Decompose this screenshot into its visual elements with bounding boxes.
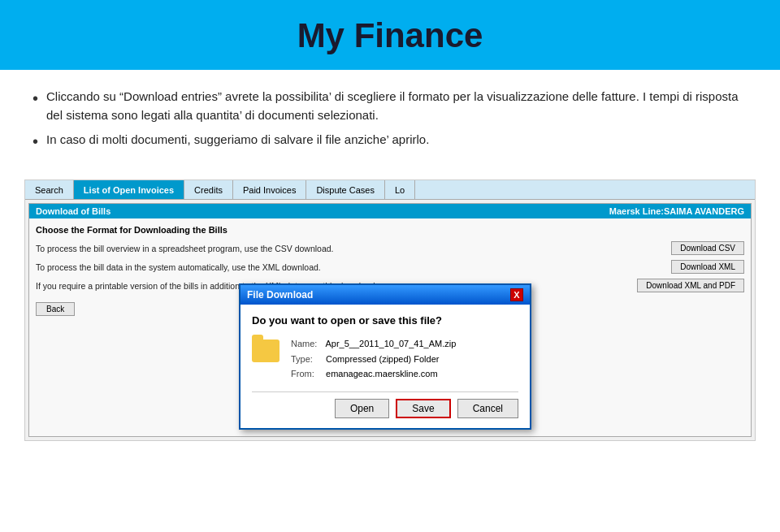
xml-description: To process the bill data in the system a… (36, 262, 321, 272)
file-details: Name: Apr_5__2011_10_07_41_AM.zip Type: … (291, 336, 456, 382)
bullet-list: • Cliccando su “Download entries” avrete… (32, 88, 748, 154)
list-item: • In caso di molti documenti, suggeriamo… (32, 131, 748, 154)
dialog-question: Do you want to open or save this file? (252, 314, 518, 327)
dialog-body: Do you want to open or save this file? N… (240, 305, 530, 428)
file-name-row: Name: Apr_5__2011_10_07_41_AM.zip (291, 336, 456, 352)
panel-header: Download of Bills Maersk Line:SAIMA AVAN… (29, 204, 751, 218)
download-csv-button[interactable]: Download CSV (671, 241, 744, 255)
back-button[interactable]: Back (36, 302, 75, 316)
dialog-cancel-button[interactable]: Cancel (457, 399, 518, 418)
page-title: My Finance (297, 16, 483, 54)
tab-search[interactable]: Search (25, 180, 74, 199)
dialog-open-button[interactable]: Open (335, 399, 389, 418)
header: My Finance (0, 0, 780, 70)
panel-title: Download of Bills (36, 206, 110, 216)
tab-dispute-cases[interactable]: Dispute Cases (306, 180, 385, 199)
bullet-text-2: In caso di molti documenti, suggeriamo d… (46, 131, 429, 149)
content-area: • Cliccando su “Download entries” avrete… (0, 70, 780, 171)
panel-body: Choose the Format for Downloading the Bi… (29, 218, 751, 436)
file-name-value: Apr_5__2011_10_07_41_AM.zip (325, 339, 456, 348)
tab-lo[interactable]: Lo (385, 180, 415, 199)
tab-paid-invoices[interactable]: Paid Invoices (233, 180, 306, 199)
file-type-row: Type: Compressed (zipped) Folder (291, 352, 456, 367)
nav-tabs: Search List of Open Invoices Credits Pai… (25, 180, 755, 200)
download-panel: Download of Bills Maersk Line:SAIMA AVAN… (28, 203, 752, 437)
file-info: Name: Apr_5__2011_10_07_41_AM.zip Type: … (252, 336, 518, 382)
file-name-label: Name: (291, 336, 323, 352)
download-xmlpdf-button[interactable]: Download XML and PDF (637, 279, 744, 292)
file-download-dialog: File Download X Do you want to open or s… (239, 283, 531, 430)
bullet-dot: • (32, 86, 38, 110)
csv-row: To process the bill overview in a spread… (36, 241, 744, 255)
panel-company: Maersk Line:SAIMA AVANDERG (609, 206, 744, 216)
dialog-save-button[interactable]: Save (396, 399, 450, 418)
screenshot-container: Search List of Open Invoices Credits Pai… (24, 179, 756, 441)
bullet-text-1: Cliccando su “Download entries” avrete l… (46, 88, 748, 124)
dialog-title: File Download (247, 289, 313, 301)
csv-description: To process the bill overview in a spread… (36, 244, 334, 253)
file-icon (252, 336, 281, 365)
file-from-row: From: emanageac.maerskline.com (291, 366, 456, 382)
file-from-label: From: (291, 366, 323, 382)
list-item: • Cliccando su “Download entries” avrete… (32, 88, 748, 124)
tab-credits[interactable]: Credits (184, 180, 233, 199)
download-xml-button[interactable]: Download XML (671, 260, 744, 274)
dialog-buttons: Open Save Cancel (252, 399, 518, 418)
file-from-value: emanageac.maerskline.com (326, 369, 438, 378)
panel-subtitle: Choose the Format for Downloading the Bi… (36, 225, 744, 235)
file-type-label: Type: (291, 352, 323, 367)
dialog-close-button[interactable]: X (510, 288, 523, 301)
bullet-dot: • (32, 129, 38, 154)
tab-open-invoices[interactable]: List of Open Invoices (74, 180, 184, 199)
xml-row: To process the bill data in the system a… (36, 260, 744, 274)
dialog-title-bar: File Download X (240, 285, 530, 305)
file-type-value: Compressed (zipped) Folder (326, 354, 439, 364)
dialog-divider (252, 391, 518, 392)
folder-icon (252, 340, 280, 362)
